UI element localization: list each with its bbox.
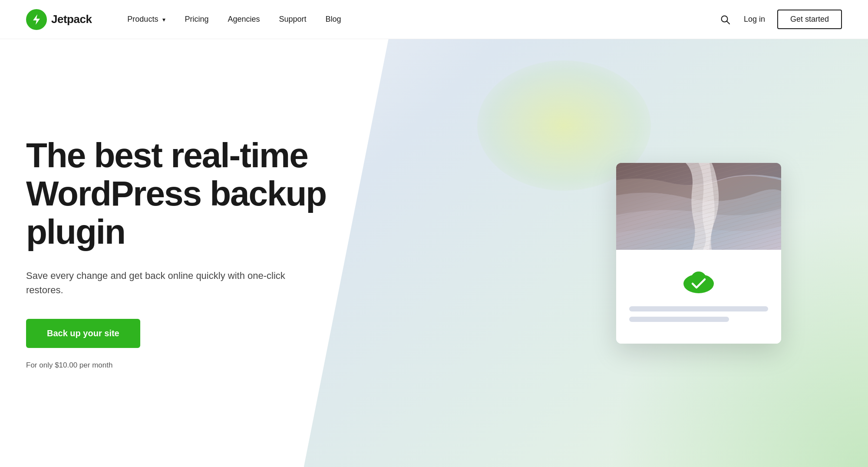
card-line-1 xyxy=(629,306,768,311)
card-line-2 xyxy=(629,317,729,322)
nav-item-pricing[interactable]: Pricing xyxy=(175,11,218,27)
logo-text: Jetpack xyxy=(51,13,92,26)
hero-card xyxy=(616,163,781,344)
svg-rect-2 xyxy=(616,163,781,250)
navbar: Jetpack Products ▾ Pricing Agencies Supp… xyxy=(0,0,868,39)
hero-section: The best real-time WordPress backup plug… xyxy=(0,39,868,467)
nav-right: Log in Get started xyxy=(719,10,842,29)
nav-link-products[interactable]: Products ▾ xyxy=(118,11,175,27)
hero-title: The best real-time WordPress backup plug… xyxy=(26,136,365,251)
logo-link[interactable]: Jetpack xyxy=(26,9,92,30)
login-link[interactable]: Log in xyxy=(744,15,765,24)
backup-complete-icon xyxy=(681,267,716,295)
nav-link-blog[interactable]: Blog xyxy=(316,11,351,27)
nav-item-support[interactable]: Support xyxy=(269,11,316,27)
logo-icon xyxy=(26,9,47,30)
card-body xyxy=(616,250,781,344)
cta-subtext: For only $10.00 per month xyxy=(26,361,365,370)
nav-item-agencies[interactable]: Agencies xyxy=(218,11,269,27)
search-icon xyxy=(720,15,730,24)
nav-link-pricing[interactable]: Pricing xyxy=(175,11,218,27)
nav-links: Products ▾ Pricing Agencies Support Blog xyxy=(118,11,719,27)
canyon-image-svg xyxy=(616,163,781,250)
hero-content: The best real-time WordPress backup plug… xyxy=(0,102,391,404)
search-button[interactable] xyxy=(719,13,732,26)
card-image xyxy=(616,163,781,250)
nav-link-agencies[interactable]: Agencies xyxy=(218,11,269,27)
get-started-button[interactable]: Get started xyxy=(777,10,842,29)
nav-link-support[interactable]: Support xyxy=(269,11,316,27)
cloud-check-icon xyxy=(681,267,716,295)
hero-card-container xyxy=(616,163,781,344)
nav-item-blog[interactable]: Blog xyxy=(316,11,351,27)
svg-line-1 xyxy=(726,21,729,24)
jetpack-bolt-icon xyxy=(30,13,43,26)
card-placeholder-lines xyxy=(629,306,768,322)
cta-button[interactable]: Back up your site xyxy=(26,319,140,348)
hero-subtitle: Save every change and get back online qu… xyxy=(26,268,287,297)
products-chevron-icon: ▾ xyxy=(162,16,165,23)
nav-item-products[interactable]: Products ▾ xyxy=(118,11,175,27)
